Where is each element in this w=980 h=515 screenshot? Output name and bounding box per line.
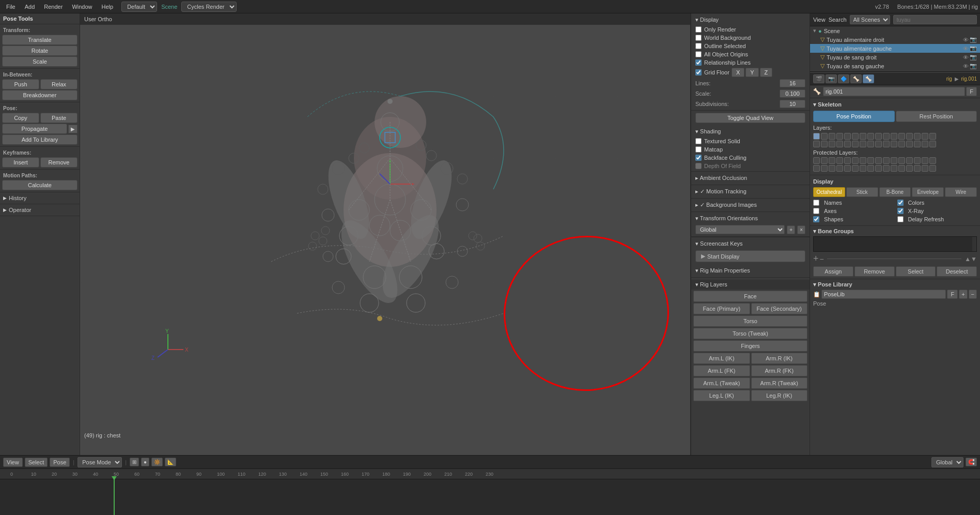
prot-dot-23[interactable] bbox=[860, 165, 866, 172]
prot-dot-27[interactable] bbox=[891, 165, 897, 172]
layer-dot-2-7[interactable] bbox=[860, 141, 866, 147]
breakdowner-button[interactable]: Breakdowner bbox=[2, 90, 77, 100]
prot-dot-16[interactable] bbox=[929, 157, 936, 164]
layer-dot-2-3[interactable] bbox=[829, 141, 835, 147]
viewport-icon-4[interactable]: 📐 bbox=[165, 458, 176, 466]
viewport-icon-2[interactable]: ● bbox=[141, 458, 149, 466]
layer-dot-2-15[interactable] bbox=[922, 141, 928, 147]
grid-floor-checkbox[interactable] bbox=[695, 69, 702, 75]
prot-dot-5[interactable] bbox=[844, 157, 851, 164]
prot-dot-19[interactable] bbox=[829, 165, 835, 172]
prot-dot-30[interactable] bbox=[914, 165, 921, 172]
motion-tracking-header[interactable]: ▸ ✓ Motion Tracking bbox=[691, 186, 810, 197]
assign-button[interactable]: Assign bbox=[813, 266, 853, 277]
layer-dot-1-14[interactable] bbox=[914, 133, 921, 140]
layer-dot-2-6[interactable] bbox=[852, 141, 859, 147]
prot-dot-31[interactable] bbox=[922, 165, 928, 172]
layer-dot-1-12[interactable] bbox=[898, 133, 905, 140]
axis-y-button[interactable]: Y bbox=[745, 68, 758, 77]
matcap-checkbox[interactable] bbox=[695, 146, 702, 153]
prot-dot-11[interactable] bbox=[891, 157, 897, 164]
rotate-button[interactable]: Rotate bbox=[2, 46, 77, 56]
prot-dot-2[interactable] bbox=[821, 157, 828, 164]
disp-wire-button[interactable]: Wire bbox=[945, 187, 977, 197]
start-display-button[interactable]: ▶ Start Display bbox=[695, 250, 805, 262]
layer-dot-2-2[interactable] bbox=[821, 141, 828, 147]
prot-dot-18[interactable] bbox=[821, 165, 828, 172]
layer-dot-2-13[interactable] bbox=[906, 141, 913, 147]
arm-r-ik-button[interactable]: Arm.R (IK) bbox=[751, 353, 808, 364]
push-button[interactable]: Push bbox=[2, 79, 39, 89]
scene-item-0[interactable]: ▽ Tuyau alimentaire droit 👁 📷 bbox=[810, 35, 980, 44]
bone-f-button[interactable]: F bbox=[966, 87, 977, 96]
layer-dot-1-3[interactable] bbox=[829, 133, 835, 140]
background-images-header[interactable]: ▸ ✓ Background Images bbox=[691, 200, 810, 210]
menu-render[interactable]: Render bbox=[40, 3, 67, 11]
icon-tab-active[interactable]: 🦴 bbox=[863, 74, 874, 83]
playhead[interactable] bbox=[114, 479, 115, 515]
prot-dot-3[interactable] bbox=[829, 157, 835, 164]
outliner-search-input[interactable] bbox=[893, 15, 977, 24]
layer-dot-2-4[interactable] bbox=[836, 141, 843, 147]
layer-dot-1-8[interactable] bbox=[867, 133, 874, 140]
layer-dot-2-12[interactable] bbox=[898, 141, 905, 147]
transform-orientations-header[interactable]: ▾ Transform Orientations bbox=[691, 213, 810, 224]
prot-dot-22[interactable] bbox=[852, 165, 859, 172]
insert-button[interactable]: Insert bbox=[2, 157, 39, 168]
outline-selected-checkbox[interactable] bbox=[695, 43, 702, 49]
axis-z-button[interactable]: Z bbox=[760, 68, 773, 77]
layer-dot-1-9[interactable] bbox=[875, 133, 882, 140]
shapes-checkbox[interactable] bbox=[813, 216, 819, 222]
subdiv-input[interactable] bbox=[780, 100, 805, 108]
depth-of-field-checkbox[interactable] bbox=[695, 163, 702, 169]
leg-r-ik-button[interactable]: Leg.R (IK) bbox=[751, 390, 808, 401]
history-header[interactable]: ▶ History bbox=[0, 193, 80, 203]
bone-name-input[interactable] bbox=[823, 87, 965, 96]
item-0-eye[interactable]: 👁 bbox=[963, 37, 969, 43]
prot-dot-20[interactable] bbox=[836, 165, 843, 172]
bone-groups-up-button[interactable]: ▲ bbox=[965, 255, 971, 263]
face-button[interactable]: Face bbox=[693, 291, 807, 302]
bone-groups-add-button[interactable]: + bbox=[813, 253, 819, 264]
item-1-eye[interactable]: 👁 bbox=[963, 46, 969, 52]
arm-r-fk-button[interactable]: Arm.R (FK) bbox=[751, 365, 808, 376]
scene-item-3[interactable]: ▽ Tuyau de sang gauche 👁 📷 bbox=[810, 62, 980, 70]
layer-dot-2-11[interactable] bbox=[891, 141, 897, 147]
disp-stick-button[interactable]: Stick bbox=[846, 187, 878, 197]
prot-dot-21[interactable] bbox=[844, 165, 851, 172]
layer-dot-2-10[interactable] bbox=[883, 141, 890, 147]
calculate-button[interactable]: Calculate bbox=[2, 180, 77, 190]
operator-header[interactable]: ▶ Operator bbox=[0, 205, 80, 215]
layer-dot-1-15[interactable] bbox=[922, 133, 928, 140]
rig-layers-header[interactable]: ▾ Rig Layers bbox=[691, 280, 810, 290]
propagate-button[interactable]: Propagate bbox=[2, 124, 67, 134]
layer-dot-1-5[interactable] bbox=[844, 133, 851, 140]
remove-bg-button[interactable]: Remove bbox=[854, 266, 895, 277]
disp-octahedral-button[interactable]: Octahedral bbox=[813, 187, 845, 197]
view-tab[interactable]: View bbox=[813, 17, 826, 23]
fingers-button[interactable]: Fingers bbox=[693, 340, 807, 352]
shading-header[interactable]: ▾ Shading bbox=[691, 126, 810, 137]
menu-add[interactable]: Add bbox=[21, 3, 39, 11]
item-0-render[interactable]: 📷 bbox=[970, 36, 977, 43]
prot-dot-8[interactable] bbox=[867, 157, 874, 164]
pose-lib-add-button[interactable]: + bbox=[959, 290, 967, 299]
item-3-eye[interactable]: 👁 bbox=[963, 63, 969, 69]
viewport-icon-3[interactable]: 🔆 bbox=[151, 458, 163, 466]
prot-dot-6[interactable] bbox=[852, 157, 859, 164]
orientation-select[interactable]: Global bbox=[695, 225, 785, 234]
add-orientation-button[interactable]: + bbox=[787, 225, 795, 234]
layer-dot-2-8[interactable] bbox=[867, 141, 874, 147]
scene-item-1[interactable]: ▽ Tuyau alimentaire gauche 👁 📷 bbox=[810, 44, 980, 53]
bone-groups-down-button[interactable]: ▼ bbox=[971, 255, 977, 263]
prot-dot-1[interactable] bbox=[813, 157, 820, 164]
scale-button[interactable]: Scale bbox=[2, 56, 77, 67]
names-checkbox[interactable] bbox=[813, 200, 819, 206]
prot-dot-26[interactable] bbox=[883, 165, 890, 172]
prot-dot-12[interactable] bbox=[898, 157, 905, 164]
prot-dot-28[interactable] bbox=[898, 165, 905, 172]
icon-tab-object[interactable]: 🔷 bbox=[838, 74, 849, 83]
prot-dot-24[interactable] bbox=[867, 165, 874, 172]
item-3-render[interactable]: 📷 bbox=[970, 63, 977, 69]
colors-checkbox[interactable] bbox=[897, 200, 904, 206]
